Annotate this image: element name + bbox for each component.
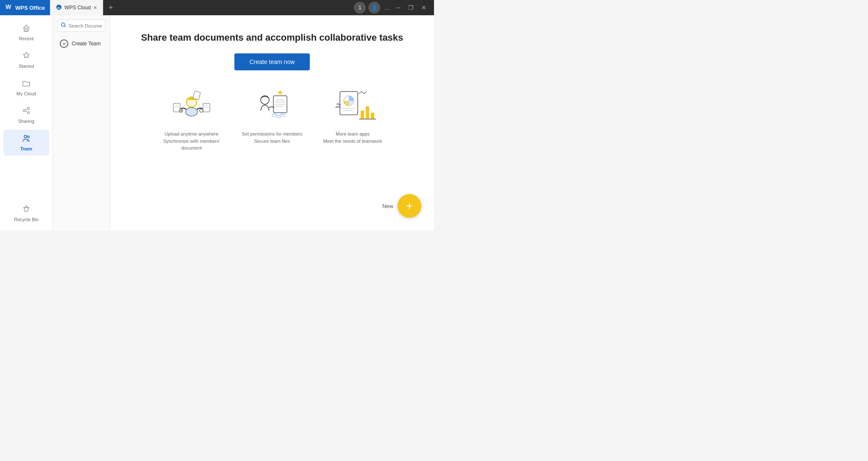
sidebar-mycloud-label: My Cloud (17, 91, 36, 96)
create-team-now-button[interactable]: Create team now (234, 53, 310, 70)
sidebar-item-mycloud[interactable]: My Cloud (3, 75, 49, 100)
svg-rect-37 (361, 111, 364, 119)
middle-panel: + Create Team (53, 15, 110, 230)
feature-upload: Upload anytime anywhere Synchronize with… (158, 87, 225, 152)
tab-close-icon[interactable]: ✕ (93, 5, 97, 11)
sidebar-starred-label: Starred (19, 64, 34, 69)
svg-line-14 (64, 26, 66, 27)
tab-bar: ☁ WPS Cloud ✕ + (50, 0, 349, 15)
sidebar: Recent Starred My Cloud Sharing Team (0, 15, 53, 230)
feature-apps-line2: Meet the needs of teamwork (323, 139, 382, 144)
feature-apps: More team apps Meet the needs of teamwor… (319, 87, 387, 144)
create-team-button[interactable]: + Create Team (57, 36, 106, 51)
svg-rect-38 (366, 106, 369, 119)
svg-point-27 (261, 96, 269, 104)
sidebar-item-recent[interactable]: Recent (3, 19, 49, 45)
minimize-button[interactable]: ─ (394, 4, 403, 11)
apps-illustration (329, 87, 376, 125)
plus-circle-icon: + (60, 39, 68, 48)
feature-upload-line2: Synchronize with members' document (163, 139, 220, 151)
recycle-icon (22, 205, 31, 215)
sidebar-item-team[interactable]: Team (3, 130, 49, 156)
main-content: Share team documents and accomplish coll… (110, 15, 434, 230)
tab-cloud-icon: ☁ (56, 4, 62, 11)
feature-permissions: Set permissions for members Secure team … (238, 87, 306, 144)
search-box (57, 19, 106, 32)
fab-new-button[interactable]: + (398, 194, 421, 218)
badge-button[interactable]: 1 (354, 2, 366, 14)
user-icon: 👤 (371, 5, 378, 11)
sidebar-bottom: Recycle Bin (0, 200, 53, 227)
sidebar-recent-label: Recent (19, 36, 34, 41)
titlebar-right: 1 👤 ... ─ ❐ ✕ (349, 2, 434, 14)
svg-point-12 (28, 136, 29, 138)
feature-upload-line1: Upload anytime anywhere (164, 131, 218, 136)
svg-point-26 (200, 109, 203, 112)
feature-apps-text: More team apps Meet the needs of teamwor… (323, 131, 382, 144)
svg-point-16 (186, 108, 198, 116)
search-icon (61, 22, 66, 29)
sidebar-team-label: Team (20, 146, 32, 151)
app-body: Recent Starred My Cloud Sharing Team (0, 15, 434, 230)
main-title: Share team documents and accomplish coll… (141, 32, 403, 43)
user-avatar-button[interactable]: 👤 (368, 2, 380, 14)
search-input[interactable] (69, 23, 102, 28)
svg-rect-23 (193, 91, 200, 100)
features-section: Upload anytime anywhere Synchronize with… (158, 87, 387, 152)
fab-label: New (382, 203, 393, 209)
feature-permissions-text: Set permissions for members Secure team … (242, 131, 302, 144)
star-icon (22, 51, 31, 62)
fab-container: New + (382, 194, 421, 218)
svg-point-8 (28, 112, 30, 114)
svg-rect-20 (203, 103, 210, 112)
sidebar-sharing-label: Sharing (18, 119, 34, 124)
svg-line-9 (25, 109, 27, 110)
svg-point-11 (24, 135, 27, 138)
home-icon (22, 24, 31, 34)
more-options-button[interactable]: ... (383, 4, 391, 11)
permissions-illustration (249, 87, 295, 125)
tab-wps-cloud[interactable]: ☁ WPS Cloud ✕ (50, 0, 103, 15)
create-team-label: Create Team (72, 41, 100, 47)
sidebar-item-recycle[interactable]: Recycle Bin (3, 200, 49, 226)
tab-add-button[interactable]: + (103, 3, 118, 12)
team-icon (22, 134, 31, 144)
svg-point-6 (28, 108, 30, 110)
close-button[interactable]: ✕ (419, 4, 429, 11)
share-icon (22, 106, 31, 117)
titlebar: W WPS Office ☁ WPS Cloud ✕ + 1 👤 ... ─ ❐… (0, 0, 434, 15)
upload-illustration (168, 87, 215, 125)
svg-line-10 (25, 111, 27, 112)
svg-point-13 (61, 23, 65, 26)
svg-point-7 (23, 110, 25, 112)
svg-rect-4 (24, 28, 28, 31)
sidebar-item-sharing[interactable]: Sharing (3, 102, 49, 128)
wps-logo-icon: W (5, 3, 13, 12)
restore-button[interactable]: ❐ (406, 4, 416, 11)
feature-permissions-line2: Secure team files (254, 139, 290, 144)
svg-point-25 (181, 110, 182, 111)
svg-text:☁: ☁ (57, 6, 60, 9)
feature-apps-line1: More team apps (336, 131, 369, 136)
svg-text:W: W (6, 3, 11, 10)
folder-icon (22, 79, 31, 89)
badge-number: 1 (359, 5, 362, 11)
feature-upload-text: Upload anytime anywhere Synchronize with… (158, 131, 225, 152)
feature-permissions-line1: Set permissions for members (242, 131, 302, 136)
fab-plus-icon: + (406, 199, 413, 213)
tab-cloud-label: WPS Cloud (64, 5, 91, 11)
wps-office-logo[interactable]: W WPS Office (0, 0, 50, 15)
wps-office-label: WPS Office (15, 5, 45, 11)
svg-rect-39 (371, 113, 374, 119)
sidebar-recycle-label: Recycle Bin (14, 217, 39, 222)
sidebar-item-starred[interactable]: Starred (3, 47, 49, 73)
